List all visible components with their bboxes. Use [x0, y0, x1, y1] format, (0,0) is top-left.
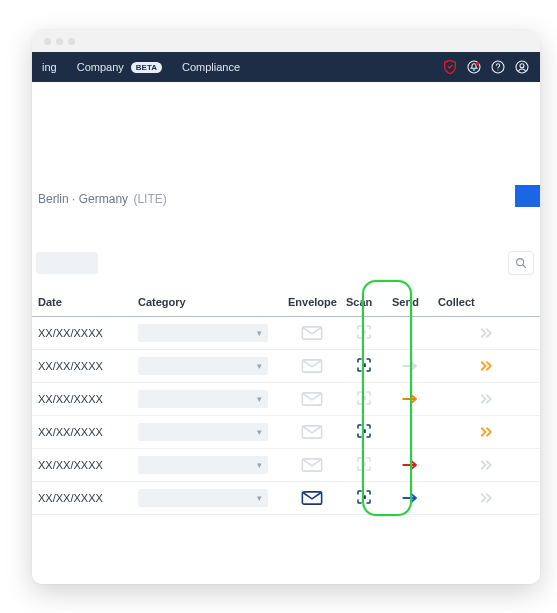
bell-icon[interactable] — [466, 59, 482, 75]
app-window: ing Company BETA Compliance — [32, 30, 540, 584]
category-select[interactable]: ▾ — [138, 357, 268, 375]
nav-item-ing[interactable]: ing — [32, 61, 67, 73]
svg-rect-11 — [362, 363, 366, 367]
cell-category: ▾ — [132, 350, 282, 383]
top-navbar: ing Company BETA Compliance — [32, 52, 540, 82]
location-city: Berlin — [38, 192, 69, 206]
location-breadcrumb: Berlin · Germany (LITE) — [32, 192, 540, 206]
cell-category: ▾ — [132, 449, 282, 482]
svg-rect-22 — [362, 495, 366, 499]
collect-icon[interactable] — [475, 456, 499, 474]
cell-scan — [340, 350, 386, 383]
svg-line-7 — [523, 265, 526, 268]
cell-send — [386, 383, 432, 416]
shield-icon[interactable] — [442, 59, 458, 75]
cell-scan — [340, 482, 386, 515]
svg-point-5 — [520, 64, 524, 68]
window-dot — [56, 38, 63, 45]
send-icon[interactable] — [398, 456, 422, 474]
table-row[interactable]: XX/XX/XXXX ▾ — [32, 449, 540, 482]
window-dot — [68, 38, 75, 45]
cell-collect — [432, 482, 540, 515]
navbar-left: ing Company BETA Compliance — [32, 61, 442, 74]
window-chrome — [32, 30, 540, 52]
mail-table: Date Category Envelope Scan Send Collect… — [32, 288, 540, 515]
search-button[interactable] — [508, 251, 534, 275]
category-select[interactable]: ▾ — [138, 423, 268, 441]
category-select[interactable]: ▾ — [138, 456, 268, 474]
plan-badge: (LITE) — [133, 192, 166, 206]
category-select[interactable]: ▾ — [138, 324, 268, 342]
scan-icon[interactable] — [352, 356, 376, 374]
chevron-down-icon: ▾ — [257, 394, 262, 404]
svg-rect-19 — [362, 462, 366, 466]
envelope-icon[interactable] — [300, 324, 324, 342]
collect-icon[interactable] — [475, 390, 499, 408]
beta-badge: BETA — [131, 62, 162, 73]
scan-icon[interactable] — [352, 488, 376, 506]
envelope-icon[interactable] — [300, 390, 324, 408]
send-icon[interactable] — [398, 323, 422, 341]
cell-envelope — [282, 416, 340, 449]
envelope-icon[interactable] — [300, 456, 324, 474]
table-row[interactable]: XX/XX/XXXX ▾ — [32, 350, 540, 383]
scan-icon[interactable] — [352, 455, 376, 473]
envelope-icon[interactable] — [300, 357, 324, 375]
toolbar — [32, 245, 540, 281]
envelope-icon[interactable] — [300, 423, 324, 441]
table-row[interactable]: XX/XX/XXXX ▾ — [32, 317, 540, 350]
envelope-icon[interactable] — [300, 489, 324, 507]
collect-icon[interactable] — [475, 357, 499, 375]
scan-icon[interactable] — [352, 389, 376, 407]
col-scan[interactable]: Scan — [340, 288, 386, 317]
send-icon[interactable] — [398, 357, 422, 375]
scan-icon[interactable] — [352, 422, 376, 440]
category-select[interactable]: ▾ — [138, 390, 268, 408]
nav-item-company[interactable]: Company BETA — [67, 61, 172, 74]
profile-icon[interactable] — [514, 59, 530, 75]
navbar-icons — [442, 59, 530, 75]
cell-envelope — [282, 449, 340, 482]
cell-scan — [340, 416, 386, 449]
category-select[interactable]: ▾ — [138, 489, 268, 507]
col-send[interactable]: Send — [386, 288, 432, 317]
cell-collect — [432, 383, 540, 416]
table-row[interactable]: XX/XX/XXXX ▾ — [32, 416, 540, 449]
cell-scan — [340, 383, 386, 416]
table-header-row: Date Category Envelope Scan Send Collect — [32, 288, 540, 317]
svg-point-1 — [475, 62, 479, 66]
cell-envelope — [282, 383, 340, 416]
cell-category: ▾ — [132, 383, 282, 416]
search-icon — [514, 256, 528, 270]
app-content: ing Company BETA Compliance — [32, 52, 540, 584]
send-icon[interactable] — [398, 422, 422, 440]
col-collect[interactable]: Collect — [432, 288, 540, 317]
col-date[interactable]: Date — [32, 288, 132, 317]
cell-category: ▾ — [132, 416, 282, 449]
send-icon[interactable] — [398, 489, 422, 507]
help-icon[interactable] — [490, 59, 506, 75]
chevron-down-icon: ▾ — [257, 493, 262, 503]
cell-collect — [432, 449, 540, 482]
collect-icon[interactable] — [475, 423, 499, 441]
svg-rect-14 — [362, 396, 366, 400]
scan-icon[interactable] — [352, 323, 376, 341]
send-icon[interactable] — [398, 390, 422, 408]
collect-icon[interactable] — [475, 489, 499, 507]
collect-icon[interactable] — [475, 324, 499, 342]
cell-envelope — [282, 317, 340, 350]
nav-item-compliance[interactable]: Compliance — [172, 61, 250, 73]
cell-send — [386, 449, 432, 482]
svg-point-3 — [497, 69, 498, 70]
table-row[interactable]: XX/XX/XXXX ▾ — [32, 383, 540, 416]
table-row[interactable]: XX/XX/XXXX ▾ — [32, 482, 540, 515]
primary-action-button[interactable] — [515, 185, 540, 207]
svg-point-4 — [516, 61, 528, 73]
cell-send — [386, 317, 432, 350]
col-category[interactable]: Category — [132, 288, 282, 317]
cell-envelope — [282, 482, 340, 515]
col-envelope[interactable]: Envelope — [282, 288, 340, 317]
cell-date: XX/XX/XXXX — [32, 416, 132, 449]
filter-button[interactable] — [36, 252, 98, 274]
nav-item-company-label: Company — [77, 61, 124, 73]
